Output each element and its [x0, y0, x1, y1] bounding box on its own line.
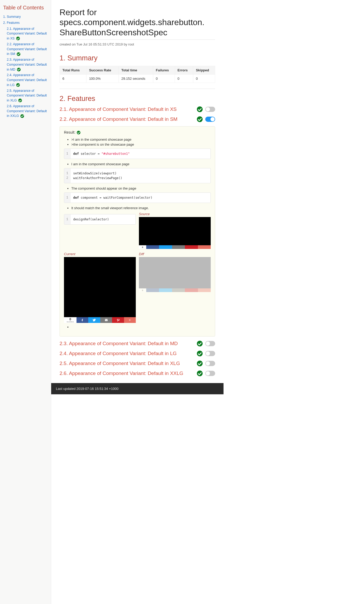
toc-link-feature-lg[interactable]: 2.4. Appearance of Component Variant: De… — [7, 73, 47, 87]
toc-link-features[interactable]: 2. Features — [3, 21, 20, 25]
mail-icon — [172, 288, 185, 292]
facebook-icon — [146, 288, 159, 292]
toc-sidebar: Table of Contents 1. Summary 2. Features… — [0, 0, 51, 604]
check-icon — [197, 371, 203, 376]
table-row: 6 100.0% 29.152 seconds 0 0 0 — [60, 75, 215, 83]
share-bar: 0 SHARES — [64, 317, 136, 323]
summary-table: Total Runs Success Rate Total time Failu… — [60, 66, 215, 83]
plus-icon — [198, 288, 211, 292]
td-errors: 0 — [175, 75, 193, 83]
divider — [60, 89, 215, 89]
toggle-sm[interactable] — [205, 117, 215, 122]
check-icon — [16, 83, 20, 87]
check-icon — [197, 106, 203, 112]
toggle-md[interactable] — [205, 341, 215, 346]
toggle-lg[interactable] — [205, 351, 215, 356]
td-failures: 0 — [153, 75, 175, 83]
features-heading: 2. Features — [60, 95, 215, 103]
toc-link-feature-sm[interactable]: 2.2. Appearance of Component Variant: De… — [7, 42, 47, 56]
share-count: 0 — [69, 317, 71, 321]
feature-row-sm: 2.2. Appearance of Component Variant: De… — [60, 116, 215, 122]
check-icon — [77, 131, 80, 134]
screenshot-grid: 1 designRef(selector) Source 0 Curren — [64, 212, 211, 323]
result-line: Result: — [64, 130, 211, 134]
toc-link-feature-xxlg[interactable]: 2.6. Appearance of Component Variant: De… — [7, 104, 47, 118]
toc-link-summary[interactable]: 1. Summary — [3, 15, 21, 19]
td-total-runs: 6 — [60, 75, 86, 83]
check-icon — [17, 68, 21, 71]
step-item: >I am in the component showcase page — [71, 138, 211, 141]
toggle-xlg[interactable] — [205, 361, 215, 366]
plus-icon — [198, 245, 211, 249]
toc-list: 1. Summary 2. Features 2.1. Appearance o… — [3, 14, 48, 118]
code-block: 1 def selector = "#sharebutton1" — [64, 149, 211, 159]
th-total-time: Total time — [119, 66, 153, 75]
feature-title: 2.3. Appearance of Component Variant: De… — [60, 341, 194, 346]
pinterest-icon[interactable] — [112, 317, 124, 323]
code-block: 1 def component = waitForComponent(selec… — [64, 192, 211, 203]
toc-link-feature-md[interactable]: 2.3. Appearance of Component Variant: De… — [7, 58, 47, 71]
check-icon — [197, 341, 203, 346]
check-icon — [18, 99, 22, 102]
summary-heading: 1. Summary — [60, 54, 215, 62]
feature-title: 2.4. Appearance of Component Variant: De… — [60, 351, 194, 356]
check-icon — [197, 351, 203, 356]
toggle-xs[interactable] — [205, 107, 215, 112]
check-icon — [20, 114, 24, 118]
source-screenshot: Source 0 — [139, 212, 211, 249]
feature-row-xs: 2.1. Appearance of Component Variant: De… — [60, 106, 215, 112]
feature-detail-panel: Result: >I am in the component showcase … — [60, 126, 215, 337]
main-content: Report for specs.component.widgets.share… — [51, 0, 224, 604]
toc-link-feature-xlg[interactable]: 2.5. Appearance of Component Variant: De… — [7, 89, 47, 102]
footer: Last updated 2019-07-16 15:51:34 +1000 — [51, 383, 224, 394]
screenshot-label: Diff — [139, 252, 211, 256]
feature-title: 2.2. Appearance of Component Variant: De… — [60, 116, 194, 122]
current-screenshot: Current 0 SHARES — [64, 252, 136, 323]
feature-title: 2.6. Appearance of Component Variant: De… — [60, 371, 194, 376]
td-skipped: 0 — [193, 75, 215, 83]
empty-step — [71, 325, 211, 329]
check-icon — [16, 37, 20, 40]
feature-row-xlg: 2.5. Appearance of Component Variant: De… — [60, 361, 215, 366]
th-errors: Errors — [175, 66, 193, 75]
th-skipped: Skipped — [193, 66, 215, 75]
step-item: >the component is on the showcase page — [71, 143, 211, 146]
mail-icon[interactable] — [100, 317, 112, 323]
step-item: The component should appear on the page — [71, 186, 211, 190]
facebook-icon[interactable] — [77, 317, 88, 323]
feature-row-xxlg: 2.6. Appearance of Component Variant: De… — [60, 371, 215, 376]
feature-row-lg: 2.4. Appearance of Component Variant: De… — [60, 351, 215, 356]
check-icon — [197, 361, 203, 366]
feature-title: 2.1. Appearance of Component Variant: De… — [60, 106, 194, 112]
mail-icon — [172, 245, 185, 249]
th-total-runs: Total Runs — [60, 66, 86, 75]
twitter-icon — [159, 288, 172, 292]
twitter-icon — [159, 245, 172, 249]
screenshot-label: Source — [139, 212, 211, 216]
created-line: created on Tue Jul 16 05:51:33 UTC 2019 … — [60, 42, 215, 46]
feature-title: 2.5. Appearance of Component Variant: De… — [60, 361, 194, 366]
pinterest-icon — [185, 245, 198, 249]
td-total-time: 29.152 seconds — [119, 75, 153, 83]
diff-screenshot: Diff 0 — [139, 252, 211, 323]
code-block: 1 designRef(selector) — [64, 214, 136, 225]
toc-link-feature-xs[interactable]: 2.1. Appearance of Component Variant: De… — [7, 27, 47, 41]
step-item: It should match the small viewport refer… — [71, 206, 211, 210]
screenshot-label: Current — [64, 252, 136, 256]
screenshot-image — [64, 257, 136, 317]
toggle-xxlg[interactable] — [205, 371, 215, 376]
th-failures: Failures — [153, 66, 175, 75]
step-item: I am in the component showcase page — [71, 162, 211, 166]
share-bar: 0 — [139, 288, 211, 292]
share-bar: 0 — [139, 245, 211, 249]
feature-row-md: 2.3. Appearance of Component Variant: De… — [60, 341, 215, 346]
result-label: Result: — [64, 130, 75, 134]
facebook-icon — [146, 245, 159, 249]
plus-icon[interactable] — [124, 317, 136, 323]
td-success-rate: 100.0% — [86, 75, 119, 83]
screenshot-image — [139, 217, 211, 245]
toc-title: Table of Contents — [3, 5, 48, 11]
twitter-icon[interactable] — [88, 317, 100, 323]
check-icon — [197, 116, 203, 122]
code-block: 1 2 setWindowSize(viewport) waitForAutho… — [64, 168, 211, 183]
